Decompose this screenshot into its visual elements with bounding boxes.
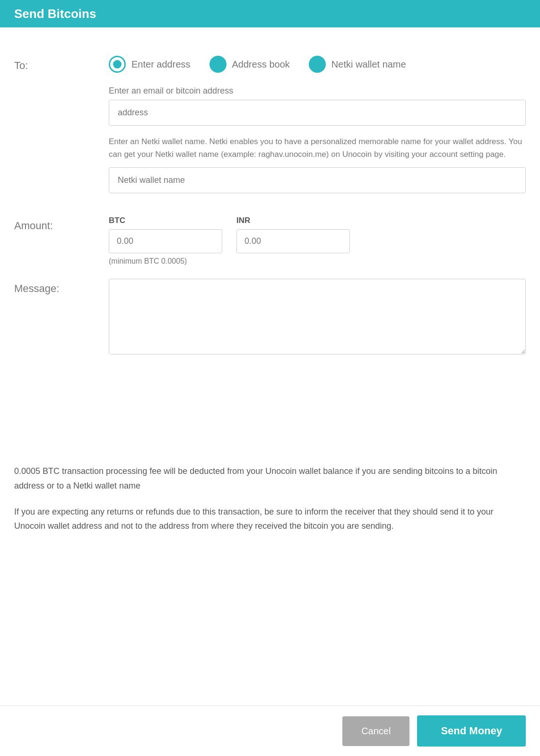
radio-circle-enter-address [109,56,126,73]
radio-circle-address-book [209,56,226,73]
radio-options: Enter address Address book Netki wallet … [109,56,526,73]
main-content: To: Enter address Address book Netki wal… [0,27,540,464]
radio-enter-address[interactable]: Enter address [109,56,191,73]
inr-label: INR [236,216,350,225]
address-input[interactable] [109,100,526,126]
netki-wallet-input[interactable] [109,167,526,193]
send-money-button[interactable]: Send Money [417,715,526,747]
fee-notice: 0.0005 BTC transaction processing fee wi… [14,464,526,493]
address-field-label: Enter an email or bitcoin address [109,86,526,96]
radio-circle-netki-wallet [309,56,326,73]
to-row: To: Enter address Address book Netki wal… [14,56,526,203]
page-title: Send Bitcoins [14,7,96,21]
inr-input[interactable] [236,229,350,253]
page-header: Send Bitcoins [0,0,540,27]
amount-control-group: BTC INR (minimum BTC 0.0005) [109,216,526,266]
to-control-group: Enter address Address book Netki wallet … [109,56,526,203]
radio-label-enter-address: Enter address [131,59,191,70]
info-section: 0.0005 BTC transaction processing fee wi… [0,464,540,533]
amount-row: Amount: BTC INR (minimum BTC 0.0005) [14,216,526,266]
message-control-group [109,279,526,356]
btc-label: BTC [109,216,222,225]
netki-description: Enter an Netki wallet name. Netki enable… [109,135,526,161]
radio-address-book[interactable]: Address book [209,56,290,73]
to-label: To: [14,56,109,72]
amount-label: Amount: [14,216,109,232]
cancel-button[interactable]: Cancel [342,716,409,746]
radio-label-address-book: Address book [232,59,290,70]
footer: Cancel Send Money [0,705,540,756]
minimum-note: (minimum BTC 0.0005) [109,257,526,266]
radio-netki-wallet[interactable]: Netki wallet name [309,56,406,73]
amount-inputs-row: BTC INR [109,216,526,253]
inr-group: INR [236,216,350,253]
btc-group: BTC [109,216,222,253]
radio-label-netki-wallet: Netki wallet name [331,59,406,70]
message-textarea[interactable] [109,279,526,354]
message-label: Message: [14,279,109,295]
message-row: Message: [14,279,526,356]
btc-input[interactable] [109,229,222,253]
refund-notice: If you are expecting any returns or refu… [14,505,526,533]
